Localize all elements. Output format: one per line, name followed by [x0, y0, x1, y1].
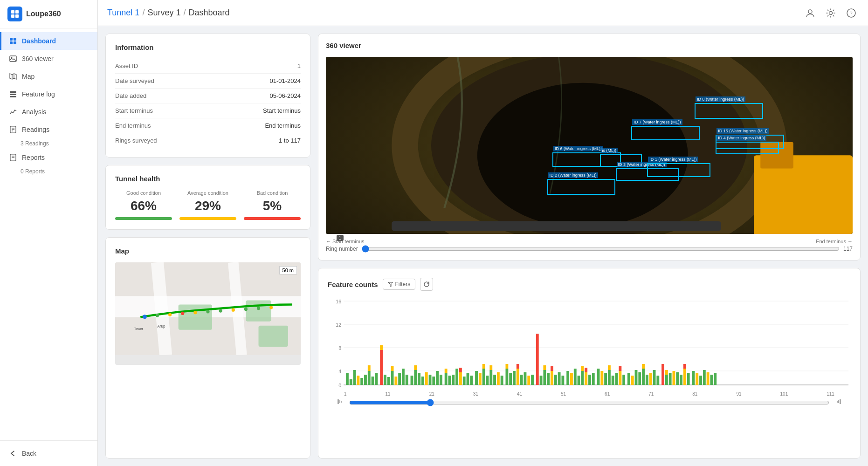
- svg-rect-29: [179, 304, 212, 329]
- svg-rect-105: [482, 364, 485, 369]
- chart-x-labels: 1 11 21 31 41 51 61 71 81 91 101 111: [328, 391, 851, 397]
- svg-rect-158: [646, 375, 648, 385]
- info-value-startterminus: Start terminus: [263, 107, 301, 114]
- svg-rect-119: [524, 372, 527, 385]
- breadcrumb-survey: Survey 1: [147, 8, 180, 18]
- help-icon[interactable]: ?: [844, 6, 859, 21]
- svg-rect-137: [581, 366, 584, 371]
- viewer360-title: 360 viewer: [326, 41, 853, 49]
- tunnel-health-card: Tunnel health Good condition 66% Average…: [105, 165, 310, 230]
- ring-number-slider[interactable]: [362, 245, 840, 253]
- svg-rect-101: [470, 376, 473, 385]
- svg-rect-72: [380, 350, 383, 385]
- svg-rect-169: [683, 369, 686, 385]
- svg-rect-1: [15, 10, 19, 14]
- svg-rect-117: [517, 364, 519, 369]
- svg-rect-161: [656, 376, 659, 385]
- sidebar-item-map[interactable]: Map: [0, 68, 97, 85]
- svg-text:4: 4: [338, 369, 341, 374]
- svg-rect-143: [600, 371, 603, 385]
- svg-rect-152: [627, 373, 630, 385]
- header-icons: ?: [803, 6, 859, 21]
- refresh-button[interactable]: [420, 278, 433, 291]
- svg-rect-86: [421, 377, 424, 385]
- ring-number-label: Ring number: [326, 246, 358, 252]
- svg-rect-106: [486, 376, 489, 385]
- logo-icon: [7, 7, 22, 21]
- svg-point-39: [232, 308, 235, 312]
- settings-icon[interactable]: [823, 6, 838, 21]
- svg-point-33: [156, 314, 159, 317]
- health-average: Average condition 29%: [179, 190, 236, 220]
- svg-rect-77: [391, 366, 394, 371]
- info-label-startterminus: Start terminus: [115, 107, 153, 114]
- sidebar-item-reports[interactable]: Reports: [0, 149, 97, 166]
- map-placeholder[interactable]: Arup Tower 50 m: [115, 262, 301, 365]
- viewer360-image[interactable]: ID 8 (Water ingress (ML)) ID 7 (Water in…: [326, 57, 853, 234]
- reports-badge: 0 Reports: [0, 166, 97, 177]
- sidebar-item-readings[interactable]: Readings: [0, 121, 97, 138]
- sidebar-item-analysis[interactable]: Analysis: [0, 103, 97, 121]
- back-label: Back: [22, 450, 36, 457]
- breadcrumb: Tunnel 1 / Survey 1 / Dashboard: [107, 8, 230, 18]
- svg-point-34: [168, 313, 172, 316]
- svg-rect-155: [638, 372, 641, 385]
- svg-rect-183: [838, 400, 839, 403]
- svg-text:?: ?: [850, 10, 853, 17]
- svg-rect-138: [585, 372, 587, 385]
- svg-point-38: [219, 309, 222, 312]
- info-label-datesurveyed: Date surveyed: [115, 77, 154, 84]
- annotations-overlay: ID 8 (Water ingress (ML)) ID 7 (Water in…: [326, 57, 853, 234]
- logo-area[interactable]: Loupe360: [0, 0, 97, 28]
- svg-rect-109: [493, 375, 496, 385]
- user-icon[interactable]: [803, 6, 818, 21]
- svg-rect-74: [384, 375, 386, 385]
- svg-rect-89: [432, 377, 435, 385]
- dashboard-label: Dashboard: [22, 37, 56, 45]
- svg-rect-135: [578, 376, 580, 385]
- svg-rect-8: [10, 56, 16, 62]
- sidebar-item-dashboard[interactable]: Dashboard: [0, 32, 97, 50]
- back-icon: [9, 449, 17, 458]
- svg-rect-65: [357, 376, 359, 385]
- svg-rect-81: [406, 375, 408, 385]
- filters-button[interactable]: Filters: [383, 279, 416, 290]
- svg-rect-15: [10, 96, 16, 97]
- svg-rect-148: [615, 373, 618, 385]
- feature-counts-title: Feature counts: [328, 281, 378, 288]
- svg-rect-164: [665, 370, 668, 375]
- svg-rect-93: [445, 369, 448, 373]
- end-terminus-label: End terminus →: [816, 239, 853, 244]
- svg-text:8: 8: [338, 345, 341, 351]
- svg-rect-30: [246, 300, 271, 321]
- breadcrumb-tunnel[interactable]: Tunnel 1: [107, 8, 139, 18]
- list-icon: [9, 90, 17, 98]
- svg-rect-179: [338, 399, 339, 404]
- sidebar-item-360viewer[interactable]: 360 viewer: [0, 50, 97, 68]
- chart-range-slider-row: [328, 397, 851, 407]
- svg-rect-178: [714, 373, 716, 385]
- reports-label: Reports: [22, 154, 45, 161]
- sidebar-item-featurelog[interactable]: Feature log: [0, 85, 97, 103]
- svg-rect-175: [703, 370, 706, 385]
- svg-rect-97: [459, 372, 462, 385]
- svg-rect-64: [353, 370, 356, 385]
- info-value-dateadded: 05-06-2024: [270, 92, 301, 99]
- svg-rect-110: [497, 372, 500, 385]
- sidebar-item-back[interactable]: Back: [0, 445, 97, 462]
- map-scale: 50 m: [279, 266, 297, 274]
- chart-icon: [9, 108, 17, 116]
- breadcrumb-sep2: /: [183, 8, 186, 18]
- svg-rect-129: [554, 375, 557, 385]
- info-row-assetid: Asset ID 1: [115, 59, 301, 74]
- health-average-label: Average condition: [179, 190, 236, 196]
- info-rows: Asset ID 1 Date surveyed 01-01-2024 Date…: [115, 59, 301, 148]
- start-terminus-label: ← Start terminus: [326, 239, 365, 244]
- chart-range-slider[interactable]: [349, 399, 829, 406]
- chart-area: 16 12 8 4 0: [328, 296, 851, 449]
- svg-rect-114: [509, 373, 512, 385]
- svg-text:Arup: Arup: [157, 324, 165, 329]
- svg-rect-141: [592, 373, 595, 385]
- svg-rect-68: [368, 371, 371, 385]
- information-card: Information Asset ID 1 Date surveyed 01-…: [105, 34, 310, 158]
